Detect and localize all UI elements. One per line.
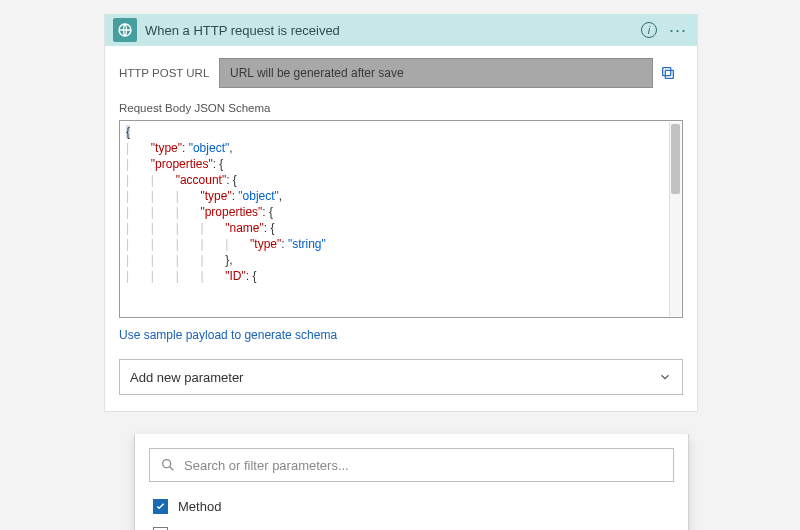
svg-point-3 xyxy=(163,460,171,468)
option-label: Method xyxy=(178,499,221,514)
parameter-option-relative-path[interactable]: Relative path xyxy=(153,520,670,530)
info-icon[interactable]: i xyxy=(641,22,657,38)
scrollbar[interactable] xyxy=(669,122,681,316)
parameter-search[interactable] xyxy=(149,448,674,482)
checkbox[interactable] xyxy=(153,527,168,531)
add-new-parameter-label: Add new parameter xyxy=(130,370,243,385)
http-trigger-icon xyxy=(113,18,137,42)
svg-rect-2 xyxy=(663,68,671,76)
add-new-parameter-dropdown[interactable]: Add new parameter xyxy=(119,359,683,395)
checkbox[interactable] xyxy=(153,499,168,514)
svg-rect-1 xyxy=(665,70,673,78)
trigger-card: When a HTTP request is received i ··· HT… xyxy=(104,14,698,412)
chevron-down-icon xyxy=(658,370,672,384)
card-title: When a HTTP request is received xyxy=(145,23,641,38)
search-icon xyxy=(160,457,176,473)
parameter-dropdown-panel: MethodRelative path xyxy=(134,434,689,530)
card-header: When a HTTP request is received i ··· xyxy=(105,14,697,46)
parameter-option-method[interactable]: Method xyxy=(153,492,670,520)
schema-editor[interactable]: { | "type": "object", | "properties": { … xyxy=(119,120,683,318)
option-label: Relative path xyxy=(178,527,254,531)
scrollbar-thumb[interactable] xyxy=(671,124,680,194)
http-post-url-value: URL will be generated after save xyxy=(219,58,653,88)
schema-label: Request Body JSON Schema xyxy=(119,102,683,114)
http-post-url-label: HTTP POST URL xyxy=(119,67,219,79)
parameter-search-input[interactable] xyxy=(184,458,663,473)
http-post-url-row: HTTP POST URL URL will be generated afte… xyxy=(119,58,683,88)
copy-url-icon[interactable] xyxy=(653,65,683,81)
use-sample-payload-link[interactable]: Use sample payload to generate schema xyxy=(119,328,337,342)
card-body: HTTP POST URL URL will be generated afte… xyxy=(105,46,697,411)
